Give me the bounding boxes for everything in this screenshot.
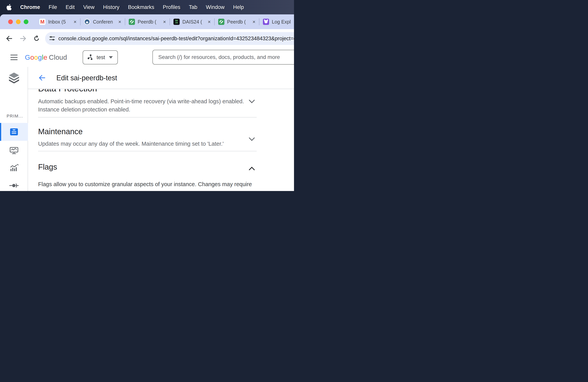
omnibox[interactable]: console.cloud.google.com/sql/instances/s…	[45, 32, 294, 45]
google-cloud-logo[interactable]: GoogleCloud	[25, 53, 67, 61]
dais-favicon: DAIS	[173, 19, 180, 25]
overview-icon	[10, 128, 18, 136]
menu-app-name[interactable]: Chrome	[20, 4, 40, 10]
sidebar-section-label: PRIM...	[7, 114, 23, 119]
browser-window: M Inbox (5 × Conferen × Peerdb ( ×	[0, 14, 294, 191]
menu-edit[interactable]: Edit	[66, 4, 75, 10]
apple-menu-icon[interactable]	[6, 4, 12, 10]
menu-tab[interactable]: Tab	[189, 4, 197, 10]
tab-close-icon[interactable]: ×	[251, 19, 257, 25]
tab-strip: M Inbox (5 × Conferen × Peerdb ( ×	[0, 14, 294, 29]
menu-view[interactable]: View	[83, 4, 94, 10]
tab-dais24[interactable]: DAIS DAIS24 ( ×	[170, 14, 215, 29]
back-arrow-icon[interactable]	[38, 74, 46, 82]
forward-button[interactable]	[18, 33, 28, 44]
sidebar-item-connections[interactable]	[0, 177, 28, 191]
page-header: Edit sai-peerdb-test	[0, 67, 294, 89]
learn-more-link[interactable]: Learn more	[57, 190, 86, 191]
screen: Chrome File Edit View History Bookmarks …	[0, 0, 294, 191]
cloud-sql-logo	[0, 67, 28, 89]
tab-peerdb-1[interactable]: Peerdb ( ×	[125, 14, 170, 29]
menu-file[interactable]: File	[49, 4, 57, 10]
tab-close-icon[interactable]: ×	[161, 19, 168, 25]
menu-help[interactable]: Help	[233, 4, 244, 10]
peerdb-favicon	[129, 19, 135, 25]
gcp-header: GoogleCloud test Search ?	[0, 48, 294, 67]
page-title: Edit sai-peerdb-test	[56, 74, 117, 82]
log-explorer-favicon	[263, 19, 269, 25]
data-protection-description: Automatic backups enabled. Point-in-time…	[38, 97, 253, 114]
sidebar-item-system-insights[interactable]	[0, 142, 28, 159]
tab-log-explorer[interactable]: Log Expl ×	[259, 14, 294, 29]
flags-collapse-icon[interactable]	[249, 167, 255, 173]
system-insights-icon	[10, 147, 18, 154]
maintenance-description: Updates may occur any day of the week. M…	[38, 140, 256, 148]
reload-button[interactable]	[31, 33, 42, 44]
postgresql-favicon	[84, 19, 90, 25]
tab-peerdb-2[interactable]: Peerdb ( ×	[215, 14, 259, 29]
left-nav-sidebar: PRIM...	[0, 67, 28, 191]
organization-icon	[88, 54, 94, 60]
window-zoom-button[interactable]	[24, 20, 28, 24]
back-button[interactable]	[4, 33, 15, 44]
window-minimize-button[interactable]	[16, 20, 21, 24]
sidebar-item-query-insights[interactable]	[0, 159, 28, 177]
peerdb-favicon	[218, 19, 224, 25]
tab-close-icon[interactable]: ×	[206, 19, 212, 25]
navigation-menu-icon[interactable]	[9, 52, 20, 63]
site-settings-icon[interactable]	[49, 35, 55, 42]
gcp-search-input[interactable]	[152, 50, 294, 64]
connections-icon	[9, 183, 19, 188]
menu-window[interactable]: Window	[206, 4, 225, 10]
menu-profiles[interactable]: Profiles	[163, 4, 180, 10]
macos-menu-bar: Chrome File Edit View History Bookmarks …	[0, 0, 294, 14]
tab-close-icon[interactable]: ×	[117, 19, 123, 25]
project-selector[interactable]: test	[83, 50, 118, 64]
maintenance-title: Maintenance	[38, 127, 83, 136]
sidebar-item-overview[interactable]	[0, 123, 28, 141]
query-insights-icon	[10, 164, 18, 172]
tab-inbox[interactable]: M Inbox (5 ×	[36, 14, 81, 29]
tab-close-icon[interactable]: ×	[72, 19, 78, 25]
flags-description: Flags allow you to customize granular as…	[38, 180, 253, 191]
menu-bookmarks[interactable]: Bookmarks	[128, 4, 154, 10]
url-text[interactable]: console.cloud.google.com/sql/instances/s…	[58, 36, 294, 42]
menu-history[interactable]: History	[103, 4, 119, 10]
window-close-button[interactable]	[8, 20, 13, 24]
tab-conference[interactable]: Conferen ×	[81, 14, 125, 29]
flags-title: Flags	[38, 163, 57, 171]
browser-toolbar: console.cloud.google.com/sql/instances/s…	[0, 29, 294, 48]
gmail-favicon: M	[39, 19, 45, 25]
